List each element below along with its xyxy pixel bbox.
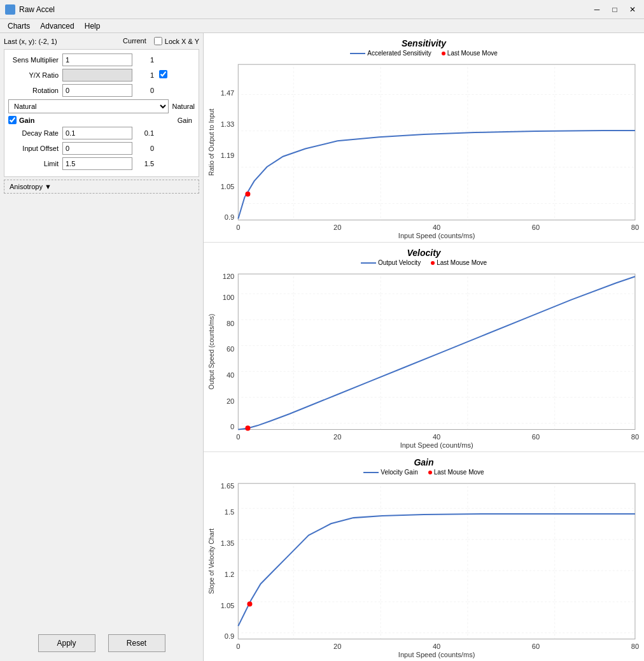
gain-legend-dot-icon: Last Mouse Move <box>428 469 484 476</box>
svg-text:0: 0 <box>236 224 240 231</box>
menu-charts[interactable]: Charts <box>3 20 35 32</box>
gain-chart-container: Gain Velocity Gain Last Mouse Move 0.9 1… <box>204 452 644 661</box>
svg-text:1.65: 1.65 <box>221 482 235 490</box>
sens-multiplier-current: 1 <box>135 56 154 64</box>
gain-chart-title: Gain <box>414 457 433 467</box>
svg-text:0: 0 <box>230 423 234 430</box>
anisotropy-label: Anisotropy ▼ <box>10 183 52 190</box>
menu-advanced[interactable]: Advanced <box>35 20 79 32</box>
right-panel: Sensitivity Accelerated Sensitivity Last… <box>204 33 644 661</box>
sensitivity-chart-svg: 0.9 1.05 1.19 1.33 1.47 0 20 40 60 80 Ra… <box>206 58 641 239</box>
svg-text:1.47: 1.47 <box>221 89 235 97</box>
current-label: Current <box>123 37 146 45</box>
svg-text:1.05: 1.05 <box>221 602 235 609</box>
rotation-current: 0 <box>135 87 154 94</box>
lock-xy-checkbox[interactable] <box>154 37 162 45</box>
svg-text:40: 40 <box>433 643 440 650</box>
decay-rate-current: 0.1 <box>135 129 154 137</box>
lock-xy-label[interactable]: Lock X & Y <box>154 37 199 45</box>
yx-ratio-checkbox[interactable] <box>159 70 167 78</box>
menu-help[interactable]: Help <box>80 20 106 32</box>
sensitivity-chart-title: Sensitivity <box>402 38 446 48</box>
svg-point-14 <box>245 192 250 197</box>
svg-text:40: 40 <box>433 224 440 231</box>
limit-label: Limit <box>8 160 62 167</box>
svg-text:60: 60 <box>532 643 540 650</box>
accel-mode-row: Natural Natural <box>8 99 195 113</box>
svg-text:20: 20 <box>227 397 234 405</box>
last-xy-label: Last (x, y): (-2, 1) <box>4 38 57 45</box>
svg-text:Input Speed (count/ms): Input Speed (count/ms) <box>400 441 473 449</box>
yx-ratio-row: Y/X Ratio 1 <box>8 69 195 82</box>
menu-bar: Charts Advanced Help <box>0 19 644 33</box>
rotation-label: Rotation <box>8 87 62 94</box>
svg-text:20: 20 <box>333 433 341 441</box>
input-offset-input[interactable] <box>62 142 132 155</box>
svg-text:0: 0 <box>236 433 240 441</box>
svg-text:0.9: 0.9 <box>225 213 234 221</box>
svg-text:Output Speed (counts/ms): Output Speed (counts/ms) <box>208 314 215 390</box>
minimize-button[interactable]: ─ <box>591 3 603 16</box>
settings-form: Sens Multiplier 1 Y/X Ratio 1 Rotation 0 <box>4 49 199 177</box>
sens-multiplier-input[interactable] <box>62 53 132 66</box>
gain-chart-legend: Velocity Gain Last Mouse Move <box>363 469 484 476</box>
left-panel: Last (x, y): (-2, 1) Current Lock X & Y … <box>0 33 204 661</box>
sens-multiplier-label: Sens Multiplier <box>8 56 62 64</box>
gain-legend1: Velocity Gain <box>381 469 417 476</box>
velocity-chart-legend: Output Velocity Last Mouse Move <box>361 259 487 266</box>
sens-multiplier-row: Sens Multiplier 1 <box>8 53 195 66</box>
input-offset-current: 0 <box>135 145 154 152</box>
svg-text:0: 0 <box>236 643 240 650</box>
limit-current: 1.5 <box>135 160 154 167</box>
velocity-legend2: Last Mouse Move <box>437 259 487 266</box>
velocity-legend1: Output Velocity <box>378 259 421 266</box>
reset-button[interactable]: Reset <box>108 634 165 652</box>
lock-xy-text: Lock X & Y <box>165 38 199 45</box>
status-right: Current Lock X & Y <box>123 37 199 45</box>
sensitivity-chart-legend: Accelerated Sensitivity Last Mouse Move <box>350 50 498 57</box>
svg-text:Input Speed (counts/ms): Input Speed (counts/ms) <box>398 232 475 239</box>
svg-rect-16 <box>238 274 635 429</box>
accel-mode-select[interactable]: Natural <box>8 99 169 113</box>
rotation-input[interactable] <box>62 84 132 97</box>
sensitivity-legend1: Accelerated Sensitivity <box>367 50 431 57</box>
velocity-chart-container: Velocity Output Velocity Last Mouse Move… <box>204 243 644 452</box>
main-content: Last (x, y): (-2, 1) Current Lock X & Y … <box>0 33 644 661</box>
svg-text:1.19: 1.19 <box>221 152 235 159</box>
sensitivity-legend-dot-icon: Last Mouse Move <box>442 50 498 57</box>
gain-col-header: Gain <box>178 117 195 124</box>
velocity-legend-dot-icon: Last Mouse Move <box>431 259 487 266</box>
svg-rect-33 <box>238 483 635 639</box>
svg-text:80: 80 <box>631 643 639 650</box>
anisotropy-section[interactable]: Anisotropy ▼ <box>4 180 199 194</box>
yx-ratio-checkbox-label[interactable] <box>159 70 167 80</box>
apply-button[interactable]: Apply <box>38 634 95 652</box>
status-row: Last (x, y): (-2, 1) Current Lock X & Y <box>4 37 199 45</box>
svg-text:80: 80 <box>227 320 234 327</box>
decay-rate-input[interactable] <box>62 127 132 139</box>
gain-checkbox[interactable] <box>8 116 17 124</box>
input-offset-label: Input Offset <box>8 145 62 152</box>
velocity-legend-line-icon: Output Velocity <box>361 259 421 266</box>
yx-ratio-input[interactable] <box>62 69 132 82</box>
maximize-button[interactable]: □ <box>608 3 621 16</box>
svg-text:120: 120 <box>223 273 234 280</box>
sensitivity-legend-line-icon: Accelerated Sensitivity <box>350 50 431 57</box>
yx-ratio-label: Y/X Ratio <box>8 71 62 79</box>
svg-text:20: 20 <box>333 224 341 231</box>
limit-input[interactable] <box>62 157 132 170</box>
svg-text:1.35: 1.35 <box>221 539 235 547</box>
svg-text:80: 80 <box>631 224 639 231</box>
svg-text:Slope of Velocity Chart: Slope of Velocity Chart <box>208 529 215 594</box>
svg-text:40: 40 <box>433 433 440 441</box>
velocity-chart-title: Velocity <box>407 248 440 258</box>
svg-text:20: 20 <box>333 643 341 650</box>
svg-rect-1 <box>238 64 635 220</box>
svg-text:60: 60 <box>532 433 540 441</box>
svg-point-31 <box>245 425 250 430</box>
svg-text:Input Speed (counts/ms): Input Speed (counts/ms) <box>398 651 475 658</box>
svg-text:Ratio of Output to Input: Ratio of Output to Input <box>208 109 215 176</box>
close-button[interactable]: ✕ <box>626 3 639 16</box>
accel-mode-current: Natural <box>172 103 195 110</box>
svg-text:100: 100 <box>223 294 234 301</box>
